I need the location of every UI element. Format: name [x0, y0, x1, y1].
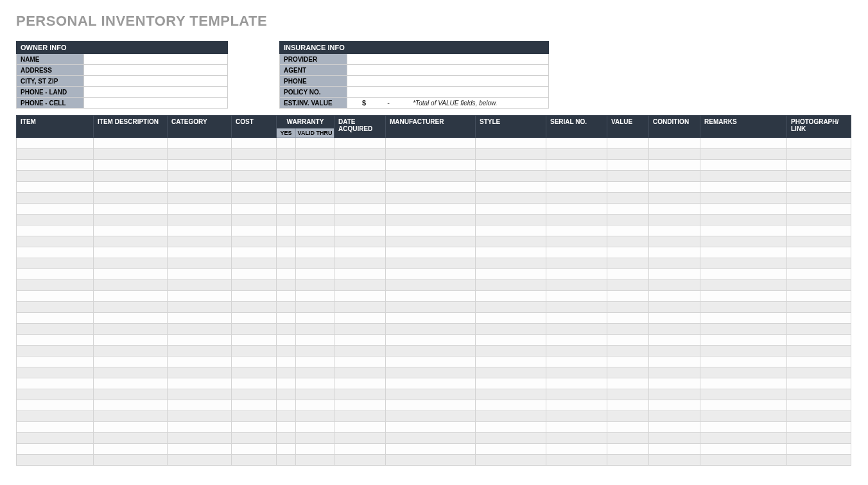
inventory-cell[interactable] — [787, 204, 851, 215]
inventory-cell[interactable] — [334, 291, 386, 302]
inventory-cell[interactable] — [649, 280, 700, 291]
inventory-cell[interactable] — [94, 160, 168, 171]
inventory-cell[interactable] — [168, 335, 232, 346]
inventory-cell[interactable] — [168, 411, 232, 422]
inventory-cell[interactable] — [334, 149, 386, 160]
inventory-cell[interactable] — [232, 171, 277, 182]
inventory-cell[interactable] — [546, 346, 607, 357]
inventory-cell[interactable] — [787, 280, 851, 291]
inventory-cell[interactable] — [546, 400, 607, 411]
inventory-cell[interactable] — [296, 258, 334, 269]
inventory-cell[interactable] — [94, 357, 168, 367]
inventory-cell[interactable] — [94, 346, 168, 357]
inventory-cell[interactable] — [386, 269, 476, 280]
inventory-cell[interactable] — [607, 313, 649, 324]
inventory-cell[interactable] — [546, 378, 607, 389]
inventory-cell[interactable] — [787, 324, 851, 335]
inventory-cell[interactable] — [607, 149, 649, 160]
inventory-cell[interactable] — [649, 204, 700, 215]
inventory-cell[interactable] — [649, 433, 700, 444]
inventory-cell[interactable] — [386, 291, 476, 302]
inventory-cell[interactable] — [296, 422, 334, 433]
inventory-cell[interactable] — [386, 236, 476, 247]
inventory-cell[interactable] — [168, 433, 232, 444]
inventory-cell[interactable] — [546, 269, 607, 280]
inventory-cell[interactable] — [296, 204, 334, 215]
inventory-cell[interactable] — [168, 193, 232, 204]
inventory-cell[interactable] — [787, 411, 851, 422]
inventory-cell[interactable] — [386, 280, 476, 291]
owner-value-cell[interactable] — [84, 98, 228, 109]
inventory-cell[interactable] — [607, 269, 649, 280]
inventory-cell[interactable] — [232, 215, 277, 225]
inventory-cell[interactable] — [277, 160, 296, 171]
inventory-cell[interactable] — [476, 204, 546, 215]
inventory-cell[interactable] — [277, 291, 296, 302]
inventory-cell[interactable] — [607, 433, 649, 444]
inventory-cell[interactable] — [607, 225, 649, 236]
inventory-cell[interactable] — [168, 291, 232, 302]
inventory-cell[interactable] — [787, 149, 851, 160]
inventory-cell[interactable] — [386, 455, 476, 466]
inventory-cell[interactable] — [476, 269, 546, 280]
inventory-cell[interactable] — [787, 346, 851, 357]
owner-value-cell[interactable] — [84, 65, 228, 76]
inventory-cell[interactable] — [296, 444, 334, 455]
inventory-cell[interactable] — [94, 367, 168, 378]
inventory-cell[interactable] — [17, 346, 94, 357]
inventory-cell[interactable] — [386, 258, 476, 269]
inventory-cell[interactable] — [277, 149, 296, 160]
inventory-cell[interactable] — [334, 269, 386, 280]
inventory-cell[interactable] — [296, 280, 334, 291]
inventory-cell[interactable] — [700, 313, 787, 324]
inventory-cell[interactable] — [168, 400, 232, 411]
inventory-cell[interactable] — [649, 389, 700, 400]
inventory-cell[interactable] — [17, 204, 94, 215]
inventory-cell[interactable] — [476, 433, 546, 444]
inventory-cell[interactable] — [168, 357, 232, 367]
inventory-cell[interactable] — [386, 313, 476, 324]
inventory-cell[interactable] — [296, 367, 334, 378]
inventory-cell[interactable] — [94, 258, 168, 269]
inventory-cell[interactable] — [386, 444, 476, 455]
inventory-cell[interactable] — [232, 357, 277, 367]
inventory-cell[interactable] — [168, 346, 232, 357]
inventory-cell[interactable] — [232, 247, 277, 258]
inventory-cell[interactable] — [649, 367, 700, 378]
inventory-cell[interactable] — [386, 247, 476, 258]
inventory-cell[interactable] — [17, 215, 94, 225]
inventory-cell[interactable] — [700, 160, 787, 171]
inventory-cell[interactable] — [787, 193, 851, 204]
inventory-cell[interactable] — [17, 378, 94, 389]
inventory-cell[interactable] — [649, 378, 700, 389]
inventory-cell[interactable] — [787, 291, 851, 302]
inventory-cell[interactable] — [168, 280, 232, 291]
inventory-cell[interactable] — [277, 433, 296, 444]
inventory-cell[interactable] — [546, 225, 607, 236]
inventory-cell[interactable] — [476, 411, 546, 422]
inventory-cell[interactable] — [296, 182, 334, 193]
inventory-cell[interactable] — [168, 204, 232, 215]
inventory-cell[interactable] — [700, 302, 787, 313]
inventory-cell[interactable] — [787, 367, 851, 378]
inventory-cell[interactable] — [700, 247, 787, 258]
inventory-cell[interactable] — [546, 357, 607, 367]
inventory-cell[interactable] — [386, 357, 476, 367]
insurance-value-cell[interactable] — [347, 87, 549, 98]
inventory-cell[interactable] — [607, 346, 649, 357]
inventory-cell[interactable] — [277, 215, 296, 225]
inventory-cell[interactable] — [277, 138, 296, 149]
inventory-cell[interactable] — [649, 171, 700, 182]
inventory-cell[interactable] — [277, 444, 296, 455]
inventory-cell[interactable] — [334, 378, 386, 389]
inventory-cell[interactable] — [386, 204, 476, 215]
inventory-cell[interactable] — [386, 422, 476, 433]
inventory-cell[interactable] — [232, 389, 277, 400]
inventory-cell[interactable] — [232, 193, 277, 204]
inventory-cell[interactable] — [334, 313, 386, 324]
inventory-cell[interactable] — [17, 149, 94, 160]
inventory-cell[interactable] — [787, 269, 851, 280]
inventory-cell[interactable] — [17, 225, 94, 236]
inventory-cell[interactable] — [296, 433, 334, 444]
inventory-cell[interactable] — [700, 138, 787, 149]
